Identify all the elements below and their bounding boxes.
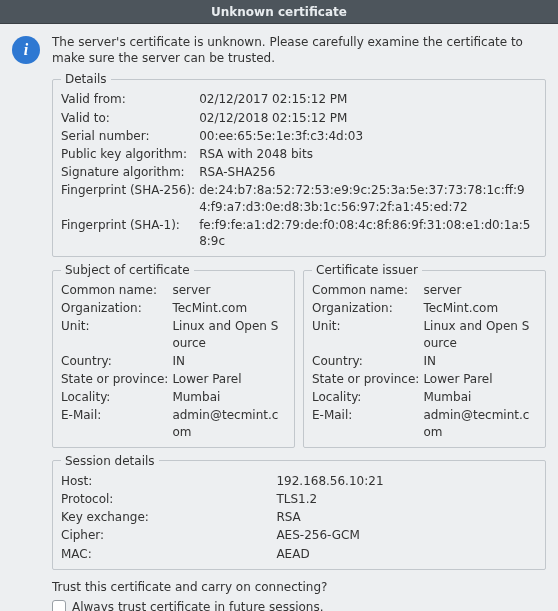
trust-question: Trust this certificate and carry on conn… <box>52 580 546 594</box>
kex-label: Key exchange: <box>61 508 276 526</box>
cipher-label: Cipher: <box>61 526 276 544</box>
issuer-unit-label: Unit: <box>312 317 423 351</box>
fp1-label: Fingerprint (SHA-1): <box>61 216 199 250</box>
details-group: Details Valid from:02/12/2017 02:15:12 P… <box>52 72 546 257</box>
always-trust-label: Always trust certificate in future sessi… <box>72 600 324 611</box>
subject-email-value: admin@tecmint.com <box>172 406 286 440</box>
subject-org-label: Organization: <box>61 299 172 317</box>
fp1-value: fe:f9:fe:a1:d2:79:de:f0:08:4c:8f:86:9f:3… <box>199 216 537 250</box>
message-text: The server's certificate is unknown. Ple… <box>52 34 546 66</box>
valid-from-label: Valid from: <box>61 90 199 108</box>
subject-locality-label: Locality: <box>61 388 172 406</box>
valid-from-value: 02/12/2017 02:15:12 PM <box>199 90 537 108</box>
dialog-content: i The server's certificate is unknown. P… <box>0 24 558 611</box>
session-group: Session details Host:192.168.56.10:21 Pr… <box>52 454 546 570</box>
host-value: 192.168.56.10:21 <box>276 472 537 490</box>
subject-email-label: E-Mail: <box>61 406 172 440</box>
issuer-state-label: State or province: <box>312 370 423 388</box>
subject-unit-label: Unit: <box>61 317 172 351</box>
subject-org-value: TecMint.com <box>172 299 286 317</box>
sigalg-label: Signature algorithm: <box>61 163 199 181</box>
window-title: Unknown certificate <box>0 0 558 24</box>
details-legend: Details <box>61 72 111 86</box>
issuer-state-value: Lower Parel <box>423 370 537 388</box>
fp256-label: Fingerprint (SHA-256): <box>61 181 199 215</box>
issuer-cn-label: Common name: <box>312 281 423 299</box>
issuer-legend: Certificate issuer <box>312 263 422 277</box>
mac-value: AEAD <box>276 545 537 563</box>
subject-cn-value: server <box>172 281 286 299</box>
subject-legend: Subject of certificate <box>61 263 194 277</box>
sigalg-value: RSA-SHA256 <box>199 163 537 181</box>
issuer-country-value: IN <box>423 352 537 370</box>
protocol-value: TLS1.2 <box>276 490 537 508</box>
cipher-value: AES-256-GCM <box>276 526 537 544</box>
issuer-unit-value: Linux and Open Source <box>423 317 537 351</box>
subject-unit-value: Linux and Open Source <box>172 317 286 351</box>
kex-value: RSA <box>276 508 537 526</box>
pubkey-value: RSA with 2048 bits <box>199 145 537 163</box>
always-trust-checkbox[interactable] <box>52 600 66 611</box>
session-legend: Session details <box>61 454 159 468</box>
protocol-label: Protocol: <box>61 490 276 508</box>
fp256-value: de:24:b7:8a:52:72:53:e9:9c:25:3a:5e:37:7… <box>199 181 537 215</box>
subject-group: Subject of certificate Common name:serve… <box>52 263 295 448</box>
issuer-group: Certificate issuer Common name:server Or… <box>303 263 546 448</box>
issuer-country-label: Country: <box>312 352 423 370</box>
subject-locality-value: Mumbai <box>172 388 286 406</box>
host-label: Host: <box>61 472 276 490</box>
serial-value: 00:ee:65:5e:1e:3f:c3:4d:03 <box>199 127 537 145</box>
subject-state-label: State or province: <box>61 370 172 388</box>
serial-label: Serial number: <box>61 127 199 145</box>
subject-country-value: IN <box>172 352 286 370</box>
subject-country-label: Country: <box>61 352 172 370</box>
issuer-email-value: admin@tecmint.com <box>423 406 537 440</box>
subject-cn-label: Common name: <box>61 281 172 299</box>
pubkey-label: Public key algorithm: <box>61 145 199 163</box>
valid-to-label: Valid to: <box>61 109 199 127</box>
issuer-locality-label: Locality: <box>312 388 423 406</box>
issuer-org-value: TecMint.com <box>423 299 537 317</box>
issuer-locality-value: Mumbai <box>423 388 537 406</box>
valid-to-value: 02/12/2018 02:15:12 PM <box>199 109 537 127</box>
issuer-org-label: Organization: <box>312 299 423 317</box>
subject-state-value: Lower Parel <box>172 370 286 388</box>
issuer-email-label: E-Mail: <box>312 406 423 440</box>
issuer-cn-value: server <box>423 281 537 299</box>
info-icon: i <box>12 36 40 64</box>
mac-label: MAC: <box>61 545 276 563</box>
